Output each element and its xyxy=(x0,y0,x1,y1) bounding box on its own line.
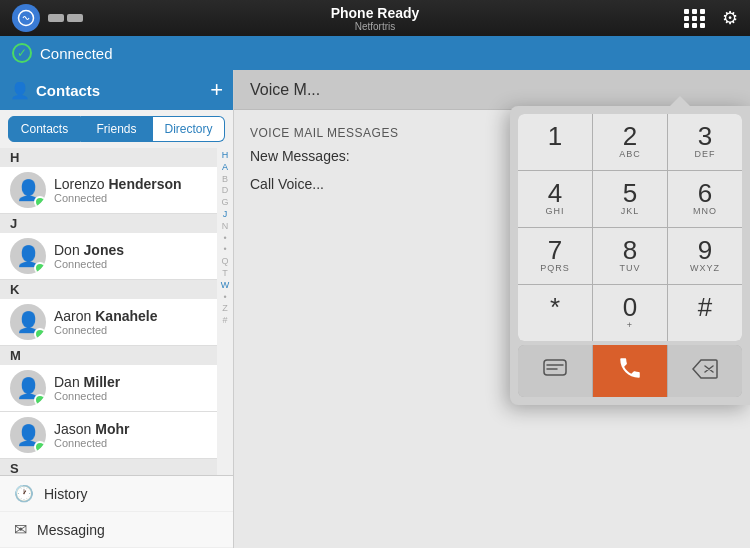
status-indicator xyxy=(34,328,46,340)
avatar: 👤 xyxy=(10,417,46,453)
contact-status: Connected xyxy=(54,390,207,402)
add-contact-button[interactable]: + xyxy=(210,79,223,101)
status-indicator xyxy=(34,441,46,453)
sidebar-item-history[interactable]: 🕐 History xyxy=(0,476,233,512)
contact-name: Don Jones xyxy=(54,242,207,258)
avatar: 👤 xyxy=(10,304,46,340)
contact-info: Don Jones Connected xyxy=(54,242,207,270)
contact-item[interactable]: 👤 Don Jones Connected xyxy=(0,233,217,280)
phone-icon xyxy=(617,355,643,387)
contact-name: Jason Mohr xyxy=(54,421,207,437)
dialpad-overlay: 1 2 ABC 3 DEF 4 GHI 5 JKL xyxy=(510,106,750,405)
dial-key-1[interactable]: 1 xyxy=(518,114,592,170)
dial-key-9[interactable]: 9 WXYZ xyxy=(668,228,742,284)
avatar: 👤 xyxy=(10,370,46,406)
app-subtitle: Netfortris xyxy=(331,21,420,32)
alphabet-index: H A B D G J N • • Q T W • Z # xyxy=(217,148,233,475)
sidebar-bottom: 🕐 History ✉ Messaging xyxy=(0,475,233,548)
alpha-J[interactable]: J xyxy=(223,209,228,220)
contact-status: Connected xyxy=(54,192,207,204)
dial-key-hash[interactable]: # xyxy=(668,285,742,341)
contact-info: Lorenzo Henderson Connected xyxy=(54,176,207,204)
alpha-hash[interactable]: # xyxy=(222,315,227,326)
messaging-label: Messaging xyxy=(37,522,105,538)
dial-key-2[interactable]: 2 ABC xyxy=(593,114,667,170)
voice-mail-title: Voice M... xyxy=(250,81,320,99)
section-header-m: M xyxy=(0,346,217,365)
dial-key-7[interactable]: 7 PQRS xyxy=(518,228,592,284)
sidebar: 👤 Contacts + Contacts Friends Directory … xyxy=(0,70,234,548)
dial-key-3[interactable]: 3 DEF xyxy=(668,114,742,170)
contact-item[interactable]: 👤 Aaron Kanahele Connected xyxy=(0,299,217,346)
settings-icon[interactable]: ⚙ xyxy=(722,7,738,29)
dial-key-6[interactable]: 6 MNO xyxy=(668,171,742,227)
contacts-list-wrapper: H 👤 Lorenzo Henderson Connected J 👤 xyxy=(0,148,233,475)
message-icon xyxy=(543,359,567,384)
sidebar-header: 👤 Contacts + xyxy=(0,70,233,110)
person-icon: 👤 xyxy=(10,81,30,100)
contact-item[interactable]: 👤 Dan Miller Connected xyxy=(0,365,217,412)
sidebar-item-messaging[interactable]: ✉ Messaging xyxy=(0,512,233,548)
tab-bar: Contacts Friends Directory xyxy=(0,110,233,148)
contact-name: Aaron Kanahele xyxy=(54,308,207,324)
contact-status: Connected xyxy=(54,437,207,449)
contact-status: Connected xyxy=(54,324,207,336)
contact-item[interactable]: 👤 Jason Mohr Connected xyxy=(0,412,217,459)
contact-item[interactable]: 👤 Lorenzo Henderson Connected xyxy=(0,167,217,214)
status-indicator xyxy=(34,196,46,208)
alpha-dot1: • xyxy=(223,233,226,244)
top-bar-center: Phone Ready Netfortris xyxy=(331,5,420,32)
contacts-label: 👤 Contacts xyxy=(10,81,100,100)
history-label: History xyxy=(44,486,88,502)
tab-directory[interactable]: Directory xyxy=(153,116,225,142)
contact-info: Jason Mohr Connected xyxy=(54,421,207,449)
alpha-N[interactable]: N xyxy=(222,221,229,232)
grid-icon[interactable] xyxy=(684,9,706,28)
dial-key-4[interactable]: 4 GHI xyxy=(518,171,592,227)
dialpad-actions xyxy=(518,345,742,397)
contact-name: Lorenzo Henderson xyxy=(54,176,207,192)
dialpad-grid: 1 2 ABC 3 DEF 4 GHI 5 JKL xyxy=(518,114,742,341)
dial-key-star[interactable]: * xyxy=(518,285,592,341)
alpha-T[interactable]: T xyxy=(222,268,228,279)
vm-new-messages-label: New Messages: xyxy=(250,148,350,164)
messaging-icon: ✉ xyxy=(14,520,27,539)
alpha-Q[interactable]: Q xyxy=(221,256,228,267)
status-indicator xyxy=(34,394,46,406)
alpha-W[interactable]: W xyxy=(221,280,230,291)
connection-status-icon: ✓ xyxy=(12,43,32,63)
alpha-Z[interactable]: Z xyxy=(222,303,228,314)
tab-friends[interactable]: Friends xyxy=(81,116,153,142)
alpha-D[interactable]: D xyxy=(222,185,229,196)
avatar: 👤 xyxy=(10,238,46,274)
alpha-dot3: • xyxy=(223,292,226,303)
dial-delete-button[interactable] xyxy=(668,345,742,397)
dial-key-5[interactable]: 5 JKL xyxy=(593,171,667,227)
alpha-G[interactable]: G xyxy=(221,197,228,208)
section-header-k: K xyxy=(0,280,217,299)
connection-status-label: Connected xyxy=(40,45,113,62)
contact-info: Dan Miller Connected xyxy=(54,374,207,402)
alpha-A[interactable]: A xyxy=(222,162,228,173)
section-header-h: H xyxy=(0,148,217,167)
dial-message-button[interactable] xyxy=(518,345,592,397)
contact-status: Connected xyxy=(54,258,207,270)
dial-call-button[interactable] xyxy=(593,345,667,397)
section-header-j: J xyxy=(0,214,217,233)
status-indicator xyxy=(34,262,46,274)
dial-key-8[interactable]: 8 TUV xyxy=(593,228,667,284)
dialpad-arrow xyxy=(670,96,690,106)
alpha-dot2: • xyxy=(223,244,226,255)
app-title: Phone Ready xyxy=(331,5,420,21)
alpha-H[interactable]: H xyxy=(222,150,229,161)
alpha-B[interactable]: B xyxy=(222,174,228,185)
main-layout: 👤 Contacts + Contacts Friends Directory … xyxy=(0,70,750,548)
contact-name: Dan Miller xyxy=(54,374,207,390)
app-logo xyxy=(12,4,40,32)
avatar: 👤 xyxy=(10,172,46,208)
backspace-icon xyxy=(692,359,718,384)
dial-key-0[interactable]: 0 + xyxy=(593,285,667,341)
history-icon: 🕐 xyxy=(14,484,34,503)
tab-contacts[interactable]: Contacts xyxy=(8,116,81,142)
top-bar-right: ⚙ xyxy=(684,7,738,29)
